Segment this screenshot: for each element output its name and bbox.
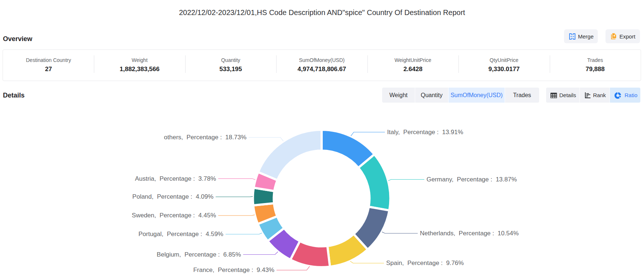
svg-text:Italy, Percentage : 13.91%: Italy, Percentage : 13.91%: [387, 129, 464, 136]
svg-text:Germany, Percentage : 13.87%: Germany, Percentage : 13.87%: [427, 176, 517, 183]
svg-text:Belgium, Percentage : 6.85%: Belgium, Percentage : 6.85%: [157, 251, 241, 258]
svg-text:Netherlands, Percentage : 10: Netherlands, Percentage : 10.54%: [420, 230, 519, 237]
svg-text:Sweden, Percentage : 4.45%: Sweden, Percentage : 4.45%: [132, 212, 216, 219]
svg-text:Poland, Percentage : 4.09%: Poland, Percentage : 4.09%: [132, 193, 213, 200]
svg-text:France, Percentage : 9.43%: France, Percentage : 9.43%: [193, 266, 274, 273]
svg-text:Portugal, Percentage : 4.59%: Portugal, Percentage : 4.59%: [138, 231, 223, 238]
svg-text:Austria, Percentage : 3.78%: Austria, Percentage : 3.78%: [135, 175, 216, 182]
svg-text:Spain, Percentage : 9.76%: Spain, Percentage : 9.76%: [386, 260, 464, 266]
svg-text:others, Percentage : 18.73%: others, Percentage : 18.73%: [164, 134, 246, 141]
